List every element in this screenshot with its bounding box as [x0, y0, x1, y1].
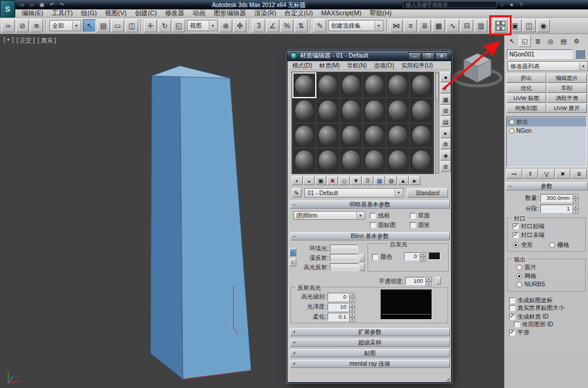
- stack-tool-icon[interactable]: ✖: [555, 169, 571, 179]
- selection-filter-dropdown[interactable]: 全部 ▼: [49, 20, 81, 31]
- modifier-button[interactable]: 优化: [506, 83, 546, 93]
- material-editor-icon[interactable]: [493, 19, 507, 33]
- material-tool-icon[interactable]: ◍: [386, 176, 397, 185]
- material-sample-slot[interactable]: [340, 98, 363, 123]
- toolbar-icon[interactable]: ⊘: [16, 19, 29, 32]
- menu-item[interactable]: 渲染(R): [250, 9, 280, 17]
- minimize-button[interactable]: —: [408, 52, 421, 60]
- toolbar-icon[interactable]: ▦: [432, 19, 445, 32]
- sample-tool-icon[interactable]: ●: [440, 72, 451, 82]
- soften-field[interactable]: 0.1: [328, 313, 349, 321]
- gen-matid-option[interactable]: 生成材质 ID: [509, 313, 549, 321]
- stack-tool-icon[interactable]: ‖: [523, 169, 539, 179]
- glossiness-spinner[interactable]: ▲▼: [349, 303, 355, 311]
- viewport-menu-general[interactable]: [ + ]: [4, 36, 14, 45]
- toolbar-icon[interactable]: ✜: [233, 19, 246, 32]
- material-sample-slot[interactable]: [363, 123, 386, 148]
- material-sample-slot[interactable]: [386, 148, 409, 173]
- snap-icon[interactable]: ∠: [266, 19, 279, 32]
- toolbar-icon[interactable]: ≋: [30, 19, 43, 32]
- sample-tool-icon[interactable]: ⊞: [440, 105, 451, 116]
- quick-access-icon[interactable]: ↷: [58, 1, 66, 8]
- material-tool-icon[interactable]: ◒: [303, 176, 315, 185]
- material-editor-titlebar[interactable]: 材质编辑器 - 01 - Default — ❐ ✕: [288, 51, 451, 61]
- mesh-option[interactable]: 网格: [516, 272, 536, 280]
- soften-spinner[interactable]: ▲▼: [349, 313, 355, 321]
- amount-field[interactable]: 300.0mm: [540, 194, 572, 202]
- menu-item[interactable]: 视图(V): [101, 9, 131, 17]
- search-input[interactable]: [403, 2, 496, 8]
- two-sided-option[interactable]: 双面: [410, 212, 430, 220]
- modifier-button[interactable]: 挤出: [506, 73, 546, 83]
- material-sample-slot[interactable]: [293, 123, 316, 148]
- specular-level-spinner[interactable]: ▲▼: [349, 293, 355, 301]
- modifier-button[interactable]: UVW 贴图: [506, 93, 546, 103]
- modifier-button[interactable]: 涡轮平滑: [547, 93, 587, 103]
- render-icon[interactable]: ◉: [537, 19, 550, 32]
- pick-material-from-object-icon[interactable]: ✎: [292, 188, 302, 198]
- material-tool-icon[interactable]: ►: [409, 176, 420, 185]
- object-name-field[interactable]: [507, 49, 573, 59]
- material-editor-menu-item[interactable]: 选项(O): [370, 61, 397, 69]
- toolbar-icon[interactable]: ⋈: [390, 19, 403, 32]
- sample-tool-icon[interactable]: ◐: [440, 83, 451, 93]
- command-panel-tab-icon[interactable]: ◱: [519, 35, 531, 47]
- render-icon[interactable]: ◫: [523, 19, 536, 32]
- faceted-option[interactable]: 面状: [410, 221, 430, 229]
- material-sample-slot[interactable]: [410, 98, 433, 123]
- material-tool-icon[interactable]: 0: [362, 176, 373, 185]
- toolbar-icon[interactable]: ◫: [125, 19, 138, 32]
- toolbar-icon[interactable]: ∞: [2, 19, 15, 32]
- sample-tool-icon[interactable]: ≣: [440, 161, 451, 172]
- material-sample-slot[interactable]: [363, 98, 386, 123]
- quick-access-icon[interactable]: ▭: [18, 1, 26, 8]
- shader-type-dropdown[interactable]: (B)Blinn ▼: [293, 211, 365, 220]
- use-shape-id-option[interactable]: 使用图形 ID: [514, 320, 553, 329]
- render-icon[interactable]: ▣: [509, 19, 522, 32]
- toolbar-icon[interactable]: ▭: [111, 19, 124, 32]
- resize-grip-icon[interactable]: ◢: [445, 376, 450, 382]
- toolbar-icon[interactable]: ⊕: [219, 19, 232, 32]
- material-sample-slot[interactable]: [316, 73, 339, 98]
- material-tool-icon[interactable]: ◐: [292, 176, 303, 185]
- menu-item[interactable]: 图形编辑器: [210, 9, 250, 17]
- self-illum-color-option[interactable]: 颜色: [372, 253, 392, 261]
- infocenter-icon[interactable]: ?: [517, 1, 524, 8]
- close-button[interactable]: ✕: [435, 52, 448, 60]
- two-sided-checkbox[interactable]: [410, 213, 416, 219]
- cap-end-option[interactable]: 封口末端: [513, 231, 544, 239]
- infocenter-icon[interactable]: ⌕: [499, 1, 506, 8]
- viewcube[interactable]: [452, 41, 503, 100]
- material-tool-icon[interactable]: ▲: [397, 176, 409, 185]
- reference-coordinate-dropdown[interactable]: 视图 ▼: [187, 20, 218, 31]
- material-tool-icon[interactable]: ▼: [350, 176, 362, 185]
- material-sample-slot[interactable]: [410, 123, 433, 148]
- sample-tool-icon[interactable]: ◈: [440, 150, 451, 160]
- diffuse-map-button[interactable]: [359, 254, 365, 262]
- stack-tool-icon[interactable]: ⋁: [539, 169, 554, 179]
- smooth-checkbox[interactable]: [509, 330, 515, 336]
- material-sample-slot[interactable]: [316, 98, 339, 123]
- collapsed-rollout-header[interactable]: + 扩展参数: [290, 328, 450, 336]
- viewport-menu-shading[interactable]: [ 真实 ]: [38, 36, 56, 45]
- modifier-light-bulb-icon[interactable]: [509, 128, 514, 133]
- material-sample-slot[interactable]: [386, 123, 409, 148]
- ambient-diffuse-lock-icon[interactable]: ⊂: [289, 248, 296, 256]
- wire-option[interactable]: 线框: [370, 212, 390, 220]
- specular-level-field[interactable]: 0: [328, 293, 349, 301]
- material-editor-menu-item[interactable]: 实用程序(U): [397, 61, 436, 69]
- sample-tool-icon[interactable]: ▦: [440, 94, 451, 105]
- faceted-checkbox[interactable]: [410, 222, 416, 228]
- modifier-button[interactable]: UVW 展开: [547, 103, 587, 113]
- toolbar-icon[interactable]: ▤: [97, 19, 110, 32]
- gen-mapping-option[interactable]: 生成贴图坐标: [509, 296, 553, 305]
- nurbs-option[interactable]: NURBS: [516, 281, 545, 287]
- modifier-light-bulb-icon[interactable]: [509, 119, 514, 125]
- modifier-stack-row[interactable]: NGon: [507, 126, 586, 135]
- material-tool-icon[interactable]: ▦: [374, 176, 385, 185]
- infocenter-icon[interactable]: ★: [508, 1, 515, 8]
- command-panel-tab-icon[interactable]: ⚙: [570, 35, 583, 47]
- menu-item[interactable]: 动画: [189, 9, 210, 17]
- quick-access-icon[interactable]: ▱: [28, 1, 36, 8]
- menu-item[interactable]: 修改器: [161, 9, 189, 17]
